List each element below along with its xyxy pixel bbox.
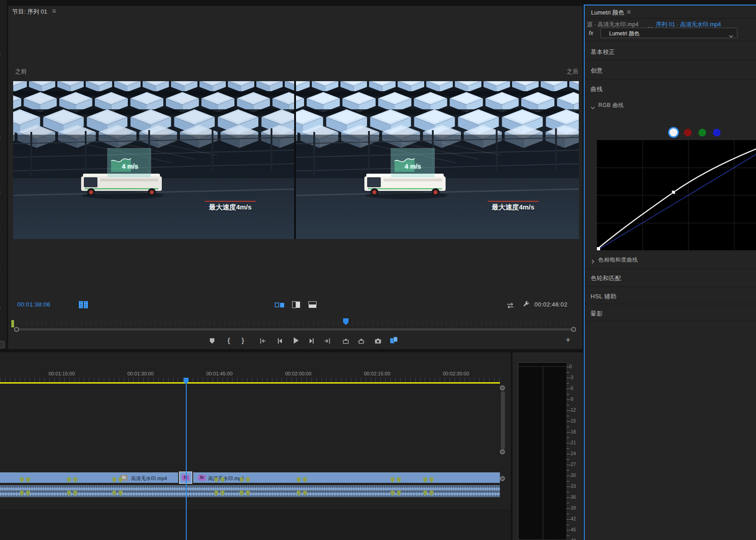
db-label: -48 (569, 538, 576, 540)
section-rgb-curves[interactable]: RGB 曲线 (598, 102, 624, 109)
mark-out-icon[interactable]: } (242, 337, 244, 344)
empty-track-area (0, 510, 511, 540)
channel-swatch-blue[interactable] (713, 129, 721, 136)
ruler-timecode: 00:02:30:00 (443, 371, 469, 376)
scrollbar-left-handle[interactable] (14, 327, 19, 332)
cropped-scale-digit: 2 (0, 264, 0, 269)
work-area-bar-fragment (11, 320, 14, 327)
db-label: -9 (569, 397, 573, 402)
before-label: 之前 (15, 68, 27, 76)
video-caption-before: 最大速度4m/s (205, 201, 256, 212)
chevron-down-icon[interactable] (648, 24, 653, 27)
section-color-wheels[interactable]: 色轮和匹配 (591, 274, 621, 282)
chevron-down-icon[interactable] (591, 103, 595, 107)
db-label: -39 (569, 506, 576, 511)
side-by-side-layout-icon[interactable] (275, 302, 285, 308)
after-label: 之后 (567, 68, 578, 76)
lumetri-panel-title: Lumetri 颜色 (591, 9, 624, 17)
db-label: -24 (569, 451, 576, 456)
track-scroll-handle-mid[interactable] (500, 449, 505, 454)
chevron-right-icon[interactable] (591, 258, 595, 261)
work-area-bar[interactable] (0, 382, 500, 384)
cropped-scale-digit: 4 (0, 224, 0, 228)
timeline-playhead-line[interactable] (186, 384, 187, 540)
settings-wrench-icon[interactable] (522, 301, 530, 309)
db-label: -30 (569, 473, 576, 478)
go-to-out-icon[interactable] (324, 337, 331, 345)
effect-selector-value: Lumetri 颜色 (609, 30, 640, 38)
cropped-scale-digit: 5 (0, 190, 0, 194)
scrollbar-right-handle[interactable] (571, 327, 576, 332)
lumetri-color-panel: Lumetri 颜色 ≡ 源 · 高清无水印.mp4 序列 01 · 高清无水印… (584, 5, 756, 540)
horizontal-split-icon[interactable] (308, 301, 317, 308)
section-basic-correction[interactable]: 基本校正 (591, 48, 615, 56)
db-label: -42 (569, 516, 576, 521)
vertical-split-icon[interactable] (292, 301, 301, 308)
mark-in-icon[interactable]: { (228, 337, 230, 344)
track-scroll-handle-low[interactable] (500, 476, 505, 481)
section-hsl-secondary[interactable]: HSL 辅助 (591, 292, 616, 301)
video-before-frame (13, 81, 294, 239)
play-button-icon[interactable] (292, 336, 300, 345)
monitor-mini-ruler[interactable] (17, 321, 574, 326)
total-duration: 00:02:46:02 (534, 301, 567, 308)
ruler-timecode: 00:02:00:00 (285, 371, 311, 376)
left-cropped-panel: 3 1 3 5 4 2 9 7 (0, 0, 7, 349)
ruler-timecode: 00:02:15:00 (364, 371, 390, 376)
curve-point-origin (597, 247, 600, 250)
cropped-button-fragment (0, 341, 5, 348)
rgb-curve-editor[interactable] (597, 140, 756, 250)
section-vignette[interactable]: 晕影 (591, 310, 603, 318)
cropped-scale-digit: 9 (0, 305, 0, 310)
panel-menu-icon[interactable]: ≡ (52, 7, 56, 15)
comparison-view-icon[interactable] (78, 301, 88, 309)
db-label: -21 (569, 440, 576, 445)
robot-screen-text: 4 m/s (122, 163, 138, 170)
section-hue-sat-curves[interactable]: 色相饱和度曲线 (598, 256, 638, 264)
section-creative[interactable]: 创意 (591, 67, 603, 75)
step-forward-icon[interactable] (308, 337, 315, 345)
comparison-view-toggle-icon[interactable] (390, 336, 399, 345)
meter-channel-divider (543, 366, 543, 540)
track-scroll-handle-top[interactable] (500, 385, 505, 390)
clip-name: 高清无水印.mp4 (208, 475, 244, 482)
export-frame-camera-icon[interactable] (374, 337, 382, 345)
go-to-in-icon[interactable] (259, 337, 267, 345)
ruler-timecode: 00:01:30:00 (127, 371, 154, 376)
channel-swatch-green[interactable] (698, 129, 706, 136)
monitor-zoom-scrollbar[interactable] (17, 328, 574, 331)
curve-point-mid (672, 191, 675, 194)
channel-swatch-red[interactable] (684, 129, 692, 136)
video-clip-2[interactable]: fx 高清无水印.mp4 (193, 472, 500, 483)
db-label: -45 (569, 527, 576, 532)
step-back-icon[interactable] (276, 337, 283, 345)
channel-swatch-white[interactable] (669, 128, 678, 136)
fx-badge: fx (589, 29, 593, 36)
effect-selector-dropdown[interactable]: Lumetri 颜色 (601, 28, 737, 38)
add-button[interactable]: + (566, 336, 571, 345)
db-label: -36 (569, 495, 576, 500)
audio-meter-panel: 0 -3 -6 -9 -12 -15 -18 -21 -24 -27 -30 -… (513, 352, 583, 540)
current-timecode[interactable]: 00:01:38:06 (17, 301, 50, 308)
meter-bars (518, 362, 567, 540)
cropped-scale-digit: 1 (0, 92, 0, 97)
timeline-panel: 00:01:15:00 00:01:30:00 00:01:45:00 00:0… (0, 352, 511, 540)
db-label: -6 (569, 386, 573, 391)
panel-menu-icon[interactable]: ≡ (627, 8, 631, 15)
db-label: -12 (569, 408, 576, 413)
fx-badge: fx (198, 475, 206, 481)
add-marker-icon[interactable] (208, 337, 216, 345)
section-curves[interactable]: 曲线 (591, 85, 603, 93)
video-caption-after: 最大速度4m/s (488, 201, 538, 212)
track-scrollbar[interactable] (501, 391, 505, 449)
lift-icon[interactable] (342, 337, 349, 345)
db-label: -3 (569, 375, 573, 380)
luma-curve (597, 147, 756, 249)
ruler-timecode: 00:01:45:00 (206, 371, 233, 376)
db-label: -15 (569, 418, 576, 423)
extract-icon[interactable] (358, 337, 365, 345)
ruler-timecode: 00:01:15:00 (48, 371, 75, 376)
waveform-left-channel (0, 486, 500, 491)
cropped-scale-digit: 3 (0, 135, 0, 140)
swap-sides-icon[interactable] (506, 302, 514, 309)
